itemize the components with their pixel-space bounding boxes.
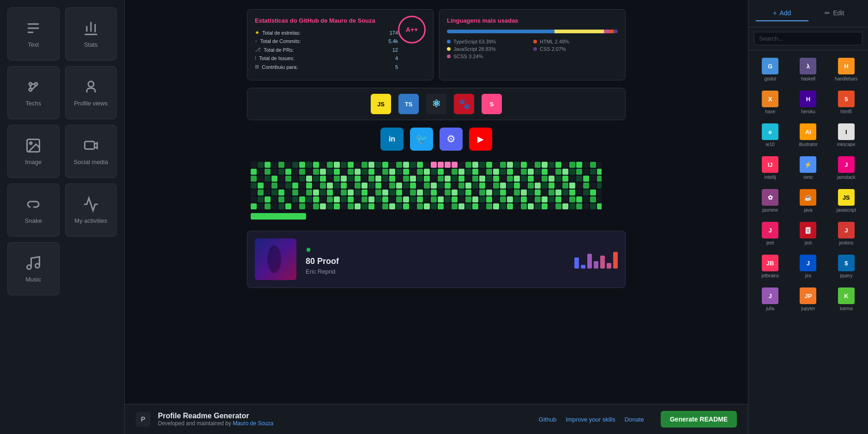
- langs-grid: TypeScript 63.39% HTML 2.48% JavaScript …: [447, 39, 618, 59]
- footer-link-github[interactable]: Github: [539, 416, 556, 423]
- icon-jira[interactable]: Jjira: [790, 251, 826, 282]
- footer-link-skills[interactable]: Improve your skills: [566, 416, 615, 423]
- grid-cell: [278, 162, 284, 168]
- icon-illustrator[interactable]: Aiillustrator: [790, 120, 826, 151]
- grid-cell: [458, 189, 464, 196]
- sidebar-item-snake[interactable]: Snake: [7, 183, 60, 237]
- sidebar-item-music[interactable]: Music: [7, 242, 60, 295]
- grid-cell: [424, 183, 430, 189]
- tab-add[interactable]: + Add: [756, 6, 808, 21]
- sidebar-item-profile-views[interactable]: Profile views: [65, 66, 117, 119]
- icon-img-jamstack: J: [838, 156, 855, 173]
- icon-jenkins[interactable]: Jjenkins: [828, 218, 864, 249]
- grid-cell: [348, 189, 354, 196]
- icon-html5[interactable]: 5html5: [828, 87, 864, 118]
- icon-haskell[interactable]: λhaskell: [790, 54, 826, 85]
- sidebar-item-image[interactable]: Image: [7, 125, 60, 178]
- grid-cell: [549, 196, 555, 202]
- icon-img-jupyter: JP: [800, 287, 816, 304]
- icon-img-haxe: X: [762, 91, 778, 107]
- icon-img-jenkins: J: [838, 222, 855, 238]
- grid-cell: [375, 189, 381, 196]
- grid-cell: [569, 189, 575, 196]
- grid-cell: [410, 162, 416, 168]
- social-twitter[interactable]: 🐦: [410, 128, 433, 151]
- sidebar-label-social: Social media: [74, 159, 108, 165]
- grid-cell: [576, 189, 582, 196]
- grid-cell: [458, 203, 464, 209]
- grid-cell: [389, 176, 395, 182]
- grid-cell: [355, 183, 361, 189]
- grid-cell: [472, 176, 478, 182]
- grid-cell: [528, 196, 534, 202]
- icon-handlebars[interactable]: Hhandlebars: [828, 54, 864, 85]
- grid-cell: [500, 183, 506, 189]
- icon-ionic[interactable]: ⚡ionic: [790, 153, 826, 183]
- tab-edit-label: Edit: [833, 9, 844, 17]
- grid-cell: [549, 183, 555, 189]
- grid-cell: [590, 169, 596, 175]
- grid-cell: [562, 203, 568, 209]
- grid-cell: [271, 196, 277, 202]
- grid-cell: [583, 183, 589, 189]
- grid-cell: [292, 196, 298, 202]
- social-youtube[interactable]: ▶: [469, 128, 492, 151]
- footer-author-link[interactable]: Mauro de Souza: [233, 420, 273, 427]
- generate-readme-button[interactable]: Generate README: [661, 411, 737, 428]
- grid-cell: [292, 189, 298, 196]
- icon-java[interactable]: ☕java: [790, 185, 826, 216]
- tech-storybook: S: [482, 94, 502, 114]
- grid-cell: [355, 176, 361, 182]
- grid-cell: [590, 196, 596, 202]
- icon-jupyter[interactable]: JPjupyter: [790, 284, 826, 315]
- icon-ie10[interactable]: eie10: [752, 120, 788, 151]
- grid-cell: [403, 189, 409, 196]
- icon-jasmine[interactable]: ✿jasmine: [752, 185, 788, 216]
- grid-cell: [292, 176, 298, 182]
- grid-cell: [542, 169, 548, 175]
- grid-cell: [549, 176, 555, 182]
- icon-jetbrains[interactable]: JBjetbrains: [752, 251, 788, 282]
- icon-jamstack[interactable]: Jjamstack: [828, 153, 864, 183]
- sidebar-label-music: Music: [25, 276, 41, 283]
- grid-cell: [320, 196, 326, 202]
- grid-cell: [597, 203, 602, 209]
- icon-julia[interactable]: Jjulia: [752, 284, 788, 315]
- sidebar-item-stats[interactable]: Stats: [65, 7, 117, 61]
- lang-item-js: JavaScript 28.83%: [447, 46, 531, 52]
- grid-cell: [479, 176, 485, 182]
- sidebar-item-my-activities[interactable]: My activities: [65, 183, 117, 237]
- icon-label-handlebars: handlebars: [835, 76, 857, 81]
- grid-cell: [285, 169, 291, 175]
- icon-karma[interactable]: Kkarma: [828, 284, 864, 315]
- icon-javascript[interactable]: JSjavascript: [828, 185, 864, 216]
- icon-godot[interactable]: Ggodot: [752, 54, 788, 85]
- grid-cell: [271, 162, 277, 168]
- icon-jquery[interactable]: $jquery: [828, 251, 864, 282]
- tech-js: JS: [371, 94, 391, 114]
- sidebar-item-text[interactable]: Text: [7, 7, 60, 61]
- grid-cell: [341, 183, 347, 189]
- search-input[interactable]: [754, 32, 862, 45]
- grid-cell: [597, 176, 602, 182]
- tab-edit[interactable]: ✏ Edit: [808, 6, 861, 21]
- grid-cell: [299, 169, 305, 175]
- grid-cell: [445, 183, 451, 189]
- lang-seg-scss: [604, 30, 609, 33]
- grid-cell: [334, 183, 340, 189]
- grid-cell: [431, 203, 437, 209]
- icon-haxe[interactable]: Xhaxe: [752, 87, 788, 118]
- grid-cell: [479, 162, 485, 168]
- social-discord[interactable]: ⚙: [440, 128, 463, 151]
- stats-item-contributed: ⊞ Contribuiu para: 5: [255, 64, 398, 70]
- sidebar-item-social-media[interactable]: Social media: [65, 125, 117, 178]
- social-linkedin[interactable]: in: [380, 128, 404, 151]
- icon-intellij[interactable]: IJintellij: [752, 153, 788, 183]
- sidebar-item-techs[interactable]: Techs: [7, 66, 60, 119]
- icon-heroku[interactable]: Hheroku: [790, 87, 826, 118]
- footer-link-donate[interactable]: Donate: [625, 416, 644, 423]
- icon-jest[interactable]: 🃏jest: [790, 218, 826, 249]
- grid-cell: [431, 176, 437, 182]
- icon-jeet[interactable]: Jjeet: [752, 218, 788, 249]
- icon-inkscape[interactable]: Iinkscape: [828, 120, 864, 151]
